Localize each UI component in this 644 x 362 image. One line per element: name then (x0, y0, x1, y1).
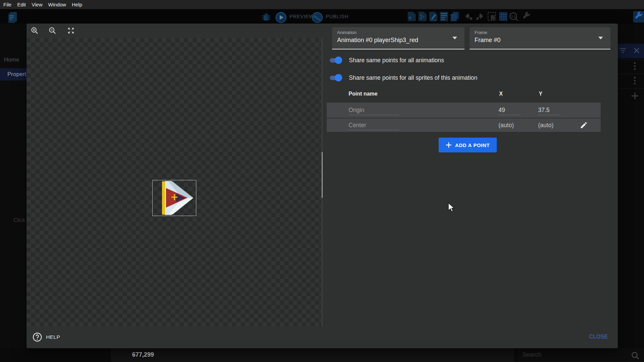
animation-select[interactable]: Animation Animation #0 playerShip3_red (332, 27, 465, 49)
zoom-in-icon[interactable] (31, 27, 38, 34)
menu-file[interactable]: File (3, 2, 15, 7)
scrollbar-thumb[interactable] (322, 152, 323, 198)
plus-icon (446, 142, 452, 148)
search-input[interactable]: Search (522, 351, 541, 358)
center-name-field[interactable]: Center (349, 122, 399, 130)
help-label: HELP (46, 334, 60, 340)
one-to-one-label: 1:1 (511, 15, 515, 18)
sprite-bounding-box (152, 180, 196, 216)
add-point-label: ADD A POINT (455, 142, 490, 148)
edit-points-dialog: Animation Animation #0 playerShip3_red F… (27, 24, 618, 348)
publish-button[interactable]: PUBLISH (326, 13, 349, 19)
zoom-out-icon[interactable] (49, 27, 56, 34)
properties-list-icon[interactable] (440, 11, 448, 22)
panel-header-bar (618, 44, 644, 58)
canvas-scrollbar[interactable] (322, 38, 323, 326)
kebab-menu-icon[interactable] (634, 62, 636, 70)
search-bar[interactable]: Search (518, 348, 644, 362)
bottom-status-bar: 677,299 Search (0, 348, 644, 362)
center-y-value: (auto) (538, 118, 554, 132)
animation-select-value: Animation #0 playerShip3_red (337, 37, 418, 44)
player-ship-sprite (153, 180, 196, 216)
frame-select-label: Frame (475, 30, 487, 35)
menu-window[interactable]: Window (47, 2, 70, 7)
toggle-label: Share same points for all animations (349, 56, 444, 65)
filter-icon[interactable] (619, 48, 626, 54)
right-background-panel (618, 24, 644, 348)
animation-select-label: Animation (337, 30, 357, 35)
canvas-toolbar (27, 24, 321, 38)
toggle-label: Share same points for all sprites of thi… (349, 73, 477, 82)
table-row-center: Center (auto) (auto) (327, 118, 601, 132)
dialog-footer: HELP CLOSE (27, 326, 618, 348)
new-object-icon[interactable] (407, 11, 416, 22)
header-y: Y (539, 91, 542, 97)
share-points-all-animations-toggle[interactable] (329, 56, 342, 65)
add-point-button[interactable]: ADD A POINT (439, 138, 497, 152)
left-background-panel: Home Properties Click (0, 24, 27, 348)
menu-edit[interactable]: Edit (16, 2, 30, 7)
objects-list-icon[interactable] (418, 11, 427, 22)
edit-scene-icon[interactable] (429, 11, 438, 22)
origin-y-field[interactable]: 37.5 (538, 107, 560, 115)
frame-select[interactable]: Frame Frame #0 (470, 27, 610, 49)
origin-name-field[interactable]: Origin (349, 107, 399, 115)
mouse-cursor (448, 203, 455, 213)
tools-wrench-icon[interactable] (522, 12, 531, 21)
chevron-down-icon (598, 37, 603, 39)
help-button[interactable]: HELP (33, 332, 60, 342)
side-tools-wrench-icon[interactable] (633, 11, 644, 23)
menu-help[interactable]: Help (71, 2, 86, 7)
cursor-coordinates: 677,299 (132, 351, 154, 358)
close-button[interactable]: CLOSE (589, 334, 608, 340)
tab-home[interactable]: Home (4, 57, 19, 63)
application-window: File Edit View Window Help PREVIEW PUBL (0, 0, 644, 362)
properties-hint-text: Click (13, 217, 27, 223)
table-row-origin: Origin 49 37.5 (327, 103, 601, 118)
help-circle-icon (33, 332, 42, 342)
search-icon (631, 352, 639, 360)
publish-globe-icon[interactable] (312, 12, 323, 23)
events-sheet-icon[interactable] (8, 12, 17, 24)
grid-icon[interactable] (499, 12, 508, 21)
undo-icon[interactable] (465, 12, 473, 21)
share-points-all-sprites-toggle[interactable] (329, 73, 342, 82)
chevron-down-icon (452, 37, 457, 39)
preview-play-icon[interactable] (276, 12, 286, 23)
header-x: X (499, 91, 503, 97)
share-points-all-animations-row: Share same points for all animations (329, 56, 444, 65)
frame-select-value: Frame #0 (475, 37, 500, 44)
edit-pencil-icon[interactable] (580, 121, 588, 129)
selection-mask-icon[interactable] (487, 12, 496, 21)
close-panel-icon[interactable] (634, 47, 640, 53)
share-points-all-sprites-row: Share same points for all sprites of thi… (329, 73, 477, 82)
debug-bug-icon[interactable] (261, 13, 272, 22)
center-x-value: (auto) (498, 118, 514, 132)
redo-icon[interactable] (475, 12, 484, 21)
sprite-canvas[interactable] (27, 38, 321, 326)
zoom-one-to-one-icon[interactable]: 1:1 (509, 12, 519, 22)
main-toolbar: PREVIEW PUBLISH (0, 9, 644, 24)
menu-view[interactable]: View (31, 2, 46, 7)
fit-to-screen-icon[interactable] (67, 27, 75, 34)
kebab-menu-icon-2[interactable] (634, 77, 636, 85)
origin-x-field[interactable]: 49 (498, 107, 521, 115)
menu-bar: File Edit View Window Help (0, 0, 644, 9)
add-icon[interactable] (631, 92, 639, 100)
header-point-name: Point name (349, 91, 377, 97)
points-table-header: Point name X Y (327, 91, 601, 102)
preview-button[interactable]: PREVIEW (289, 13, 314, 19)
status-area: 677,299 (111, 348, 514, 362)
layers-icon[interactable] (450, 11, 459, 22)
